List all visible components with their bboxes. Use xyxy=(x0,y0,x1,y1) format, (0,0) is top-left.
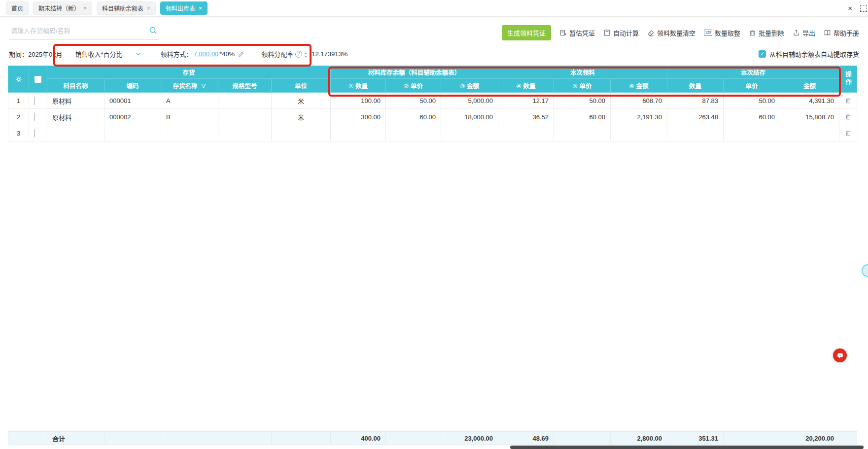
help-manual-button[interactable]: 帮助手册 xyxy=(824,28,859,37)
allocation-method-select[interactable]: 销售收入*百分比 xyxy=(75,49,141,59)
cell-a2[interactable]: 608.70 xyxy=(611,93,667,109)
cell-spec[interactable] xyxy=(218,109,272,125)
cell-a1[interactable]: 18,000.00 xyxy=(441,109,498,125)
export-button[interactable]: 导出 xyxy=(793,28,815,37)
batch-delete-button[interactable]: 批量删除 xyxy=(749,28,784,37)
tab-subject-auxiliary-balance[interactable]: 科目辅助余额表 × xyxy=(97,1,156,15)
cell-a1[interactable]: 5,000.00 xyxy=(441,93,498,109)
cell-p2[interactable]: 50.00 xyxy=(554,93,611,109)
cell-a3[interactable]: 4,391.30 xyxy=(780,93,839,109)
cell-q2[interactable]: 36.52 xyxy=(498,109,554,125)
cell-p1[interactable]: 60.00 xyxy=(386,109,441,125)
cell-p2[interactable] xyxy=(554,125,611,141)
generate-voucher-button[interactable]: 生成领料凭证 xyxy=(502,25,551,40)
cell-a3[interactable] xyxy=(780,125,839,141)
cell-p1[interactable]: 50.00 xyxy=(386,93,441,109)
cell-code[interactable] xyxy=(104,125,161,141)
select-all-header[interactable] xyxy=(29,66,47,93)
cell-unit[interactable]: 米 xyxy=(272,93,331,109)
cell-p3[interactable] xyxy=(724,125,780,141)
cell-p3[interactable]: 50.00 xyxy=(724,93,780,109)
auto-calculate-button[interactable]: 自动计算 xyxy=(603,28,639,37)
cell-q2[interactable]: 12.17 xyxy=(498,93,554,109)
calculator-icon xyxy=(603,29,611,36)
help-question-icon[interactable]: ? xyxy=(295,51,302,58)
row-delete-button[interactable] xyxy=(844,130,852,137)
row-number: 3 xyxy=(8,125,29,141)
tab-close-icon[interactable]: × xyxy=(199,5,202,11)
column-header-p1: ② 单价 xyxy=(386,79,441,93)
fullscreen-icon[interactable] xyxy=(860,5,867,12)
allocation-rate-label: 领料分配率 xyxy=(261,49,293,59)
close-all-tabs-icon[interactable]: × xyxy=(848,4,852,12)
edit-pencil-icon[interactable] xyxy=(238,51,244,58)
cell-code[interactable]: 000002 xyxy=(104,109,161,125)
cell-spec[interactable] xyxy=(218,125,272,141)
cell-q3[interactable]: 263.48 xyxy=(667,109,724,125)
cell-spec[interactable] xyxy=(218,93,272,109)
tab-label: 领料出库表 xyxy=(166,4,195,12)
filter-funnel-icon[interactable] xyxy=(201,83,207,89)
tab-close-icon[interactable]: × xyxy=(83,5,87,11)
tool-label: 批量删除 xyxy=(759,28,784,37)
clear-quantity-button[interactable]: 领料数量清空 xyxy=(647,28,695,37)
cell-q1[interactable]: 300.00 xyxy=(331,109,386,125)
totals-empty xyxy=(161,432,218,445)
tab-material-requisition-active[interactable]: 领料出库表 × xyxy=(160,1,208,15)
cell-p1[interactable] xyxy=(386,125,441,141)
cell-q1[interactable] xyxy=(331,125,386,141)
period-value[interactable]: 2025年02月 xyxy=(28,49,62,59)
cell-inv-name[interactable]: B xyxy=(161,109,218,125)
cell-inv-name[interactable]: A xyxy=(161,93,218,109)
round-quantity-button[interactable]: 123 数量取整 xyxy=(704,28,740,37)
row-number: 2 xyxy=(8,109,29,125)
row-delete-button[interactable] xyxy=(844,113,852,120)
search-input[interactable] xyxy=(11,27,149,35)
row-actions-cell xyxy=(839,93,857,109)
cell-p3[interactable]: 60.00 xyxy=(724,109,780,125)
cell-q2[interactable] xyxy=(498,125,554,141)
row-checkbox[interactable] xyxy=(34,97,35,105)
column-header-operation: 操作 xyxy=(839,66,857,93)
cell-inv-name[interactable] xyxy=(161,125,218,141)
tab-period-end-carryover[interactable]: 期末结转（新） × xyxy=(33,1,92,15)
cell-subject[interactable]: 原材料 xyxy=(47,93,104,109)
cell-a2[interactable]: 2,191.30 xyxy=(611,109,667,125)
cell-a1[interactable] xyxy=(441,125,498,141)
search-icon[interactable] xyxy=(149,26,157,36)
tool-label: 帮助手册 xyxy=(833,28,859,37)
cell-q3[interactable]: 87.83 xyxy=(667,93,724,109)
tool-label: 暂估凭证 xyxy=(569,28,595,37)
table-row: 1 原材料 000001 A 米 100.00 50.00 5,000.00 1… xyxy=(8,93,857,109)
row-checkbox[interactable] xyxy=(34,113,35,121)
estimate-voucher-button[interactable]: 暂估凭证 xyxy=(559,28,595,37)
tab-close-icon[interactable]: × xyxy=(147,5,150,11)
tool-label: 导出 xyxy=(802,28,815,37)
cell-a2[interactable] xyxy=(611,125,667,141)
manual-book-icon xyxy=(824,29,831,36)
requisition-way-label: 领料方式： xyxy=(160,49,192,59)
cell-q3[interactable] xyxy=(667,125,724,141)
column-settings-header[interactable] xyxy=(8,66,29,93)
horizontal-scrollbar-thumb[interactable] xyxy=(510,446,864,449)
tab-home[interactable]: 首页 xyxy=(6,1,29,15)
auto-extract-checkbox-group[interactable]: ✓ 从科目辅助余额表自动提取存货 xyxy=(759,49,859,59)
cell-a3[interactable]: 15,808.70 xyxy=(780,109,839,125)
select-all-checkbox[interactable] xyxy=(35,76,41,83)
cell-unit[interactable]: 米 xyxy=(272,109,331,125)
row-checkbox[interactable] xyxy=(34,129,35,138)
cell-subject[interactable] xyxy=(47,125,104,141)
cell-subject[interactable]: 原材料 xyxy=(47,109,104,125)
tab-label: 科目辅助余额表 xyxy=(102,4,143,12)
row-delete-button[interactable] xyxy=(844,97,852,104)
side-drawer-handle[interactable] xyxy=(862,264,868,277)
customer-service-button[interactable] xyxy=(833,348,847,362)
checkbox-checked-icon[interactable]: ✓ xyxy=(759,50,766,58)
cell-q1[interactable]: 100.00 xyxy=(331,93,386,109)
requisition-amount-link[interactable]: 7,000.00 xyxy=(193,50,218,58)
cell-unit[interactable] xyxy=(272,125,331,141)
requisition-way: 领料方式： 7,000.00 *40% xyxy=(160,49,244,59)
cell-code[interactable]: 000001 xyxy=(104,93,161,109)
cell-p2[interactable]: 60.00 xyxy=(554,109,611,125)
allocation-rate: 领料分配率 ? ： 12.173913% xyxy=(261,49,347,59)
